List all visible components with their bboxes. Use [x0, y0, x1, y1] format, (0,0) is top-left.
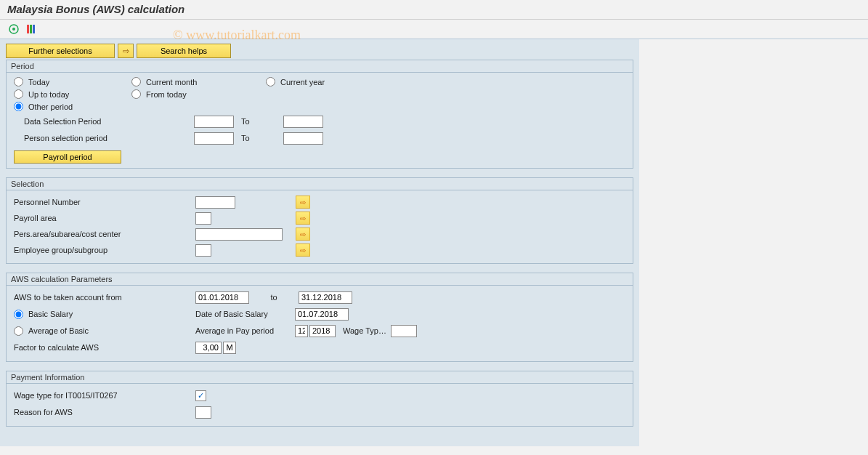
- avg-year-input[interactable]: [309, 325, 336, 337]
- period-title: Period: [7, 60, 633, 73]
- payroll-period-button[interactable]: Payroll period: [14, 150, 121, 164]
- wage-type-label: Wage type for IT0015/IT0267: [14, 391, 195, 400]
- data-sel-to-input[interactable]: [283, 116, 323, 128]
- personnel-number-input[interactable]: [195, 196, 235, 209]
- selection-title: Selection: [7, 178, 633, 190]
- radio-op-label: Other period: [28, 102, 73, 111]
- pers-area-label: Pers.area/subarea/cost center: [14, 230, 195, 238]
- svg-rect-3: [30, 25, 32, 33]
- radio-current-year[interactable]: Current year: [266, 77, 382, 86]
- radio-cy-label: Current year: [280, 78, 325, 86]
- payroll-area-input[interactable]: [195, 212, 211, 225]
- payroll-area-label: Payroll area: [14, 214, 195, 222]
- wage-typ-label: Wage Typ…: [343, 326, 386, 335]
- execute-icon[interactable]: [7, 23, 20, 36]
- pers-area-more-icon[interactable]: ⇨: [296, 227, 310, 241]
- to-label-2: To: [234, 134, 283, 142]
- radio-cm-label: Current month: [146, 78, 197, 86]
- search-helps-button[interactable]: Search helps: [137, 44, 231, 58]
- aws-params-title: AWS calculation Parameters: [7, 273, 633, 286]
- content-area: Further selections ⇨ Search helps Period…: [0, 39, 639, 446]
- basic-salary-label: Basic Salary: [28, 310, 73, 318]
- selection-group: Selection Personnel Number ⇨ Payroll are…: [6, 177, 633, 264]
- svg-rect-2: [27, 25, 29, 33]
- radio-utt-label: Up to today: [28, 90, 69, 99]
- aws-from-label: AWS to be taken account from: [14, 293, 195, 302]
- payment-title: Payment Information: [7, 371, 633, 384]
- wage-type-checkbox[interactable]: ✓: [195, 390, 206, 401]
- title-bar: Malaysia Bonus (AWS) calculation: [0, 0, 868, 20]
- aws-from-date-input[interactable]: [195, 291, 249, 304]
- avg-month-input[interactable]: [295, 325, 308, 337]
- person-sel-from-input[interactable]: [194, 132, 234, 145]
- emp-group-input[interactable]: [195, 244, 211, 257]
- wage-typ-input[interactable]: [391, 325, 417, 337]
- app-toolbar: [0, 20, 868, 39]
- avg-pay-label: Average in Pay period: [195, 326, 295, 335]
- radio-basic-salary[interactable]: Basic Salary: [14, 310, 195, 319]
- page-title: Malaysia Bonus (AWS) calculation: [7, 3, 184, 15]
- further-selections-button[interactable]: Further selections: [6, 44, 115, 58]
- reason-input[interactable]: [195, 406, 211, 419]
- top-button-row: Further selections ⇨ Search helps: [6, 44, 633, 58]
- svg-point-1: [12, 28, 15, 31]
- payroll-area-more-icon[interactable]: ⇨: [296, 212, 310, 225]
- person-sel-to-input[interactable]: [283, 132, 323, 145]
- to-label-3: to: [249, 293, 299, 302]
- radio-uptotoday[interactable]: Up to today: [14, 89, 131, 99]
- date-basic-input[interactable]: [295, 308, 349, 321]
- arrow-right-icon[interactable]: ⇨: [118, 44, 134, 58]
- average-basic-label: Average of Basic: [28, 326, 89, 335]
- radio-ft-label: From today: [146, 90, 187, 99]
- period-group: Period Today Current month Current year …: [6, 60, 633, 169]
- personnel-number-label: Personnel Number: [14, 198, 195, 206]
- date-basic-label: Date of Basic Salary: [195, 310, 295, 318]
- personnel-number-more-icon[interactable]: ⇨: [296, 196, 310, 209]
- emp-group-label: Employee group/subgroup: [14, 246, 195, 254]
- reason-label: Reason for AWS: [14, 408, 195, 416]
- svg-rect-4: [33, 25, 35, 33]
- radio-fromtoday[interactable]: From today: [131, 89, 266, 99]
- payment-group: Payment Information Wage type for IT0015…: [6, 371, 633, 427]
- pers-area-input[interactable]: [195, 228, 283, 241]
- factor-input[interactable]: [195, 342, 222, 354]
- data-sel-label: Data Selection Period: [14, 117, 194, 126]
- emp-group-more-icon[interactable]: ⇨: [296, 243, 310, 257]
- factor-unit-input[interactable]: [223, 342, 236, 354]
- data-sel-from-input[interactable]: [194, 116, 234, 128]
- radio-average-basic[interactable]: Average of Basic: [14, 326, 195, 336]
- radio-other-period[interactable]: Other period: [14, 102, 131, 111]
- aws-params-group: AWS calculation Parameters AWS to be tak…: [6, 273, 633, 362]
- radio-today[interactable]: Today: [14, 77, 131, 86]
- variants-icon[interactable]: [25, 23, 38, 36]
- to-label-1: To: [234, 117, 283, 126]
- radio-today-label: Today: [28, 78, 49, 86]
- person-sel-label: Person selection period: [14, 134, 194, 142]
- aws-to-date-input[interactable]: [299, 291, 352, 304]
- radio-current-month[interactable]: Current month: [131, 77, 266, 86]
- factor-label: Factor to calculate AWS: [14, 343, 195, 352]
